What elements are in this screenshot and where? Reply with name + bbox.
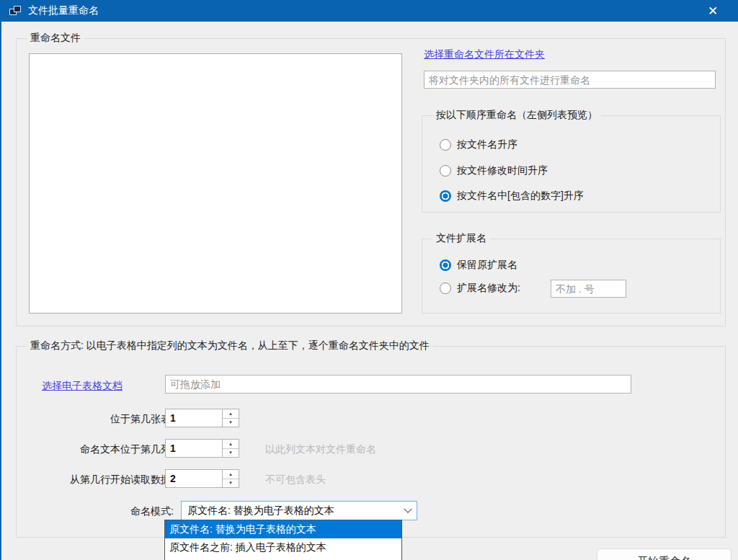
dropdown-option-replace[interactable]: 原文件名: 替换为电子表格的文本	[165, 520, 401, 538]
sheet-index-label: 位于第几张表:	[38, 413, 174, 426]
dialog-batch-rename: 文件批量重命名 ✕ 重命名文件 选择重命名文件所在文件夹 按以下顺序重命名（左侧…	[0, 0, 738, 560]
app-icon	[9, 6, 22, 17]
spin-up-icon[interactable]: ▲	[223, 409, 239, 419]
spin-up-icon[interactable]: ▲	[223, 470, 239, 479]
start-row-input[interactable]	[165, 469, 222, 488]
close-icon[interactable]: ✕	[701, 0, 725, 22]
spin-down-icon[interactable]: ▼	[223, 449, 239, 458]
spin-buttons: ▲ ▼	[222, 409, 239, 427]
column-index-stepper: ▲ ▼	[165, 439, 239, 458]
group-extension-title: 文件扩展名	[432, 232, 490, 245]
file-preview-list[interactable]	[29, 53, 402, 314]
spin-up-icon[interactable]: ▲	[223, 440, 239, 449]
spin-down-icon[interactable]: ▼	[223, 419, 239, 427]
column-hint: 以此列文本对文件重命名	[265, 443, 376, 456]
radio-icon[interactable]	[440, 259, 451, 271]
dropdown-option-insert-before[interactable]: 原文件名之前: 插入电子表格的文本	[165, 538, 401, 556]
dropdown-option-append-after[interactable]: 原文件名之后: 追加电子表格的文本	[165, 556, 401, 560]
start-rename-button[interactable]: 开始重命名	[597, 548, 732, 560]
mode-dropdown-list: 原文件名: 替换为电子表格的文本 原文件名之前: 插入电子表格的文本 原文件名之…	[164, 520, 402, 560]
group-sort-order: 按以下顺序重命名（左侧列表预览） 按文件名升序 按文件修改时间升序 按文件名中[…	[422, 115, 721, 213]
start-row-stepper: ▲ ▼	[165, 469, 239, 488]
spin-down-icon[interactable]: ▼	[223, 479, 239, 488]
radio-sort-by-name[interactable]: 按文件名升序	[440, 138, 517, 151]
choose-folder-link[interactable]: 选择重命名文件所在文件夹	[424, 48, 545, 61]
column-index-label: 命名文本位于第几列:	[38, 443, 174, 456]
title-bar: 文件批量重命名 ✕	[0, 0, 738, 22]
group-rename-mode: 重命名方式: 以电子表格中指定列的文本为文件名，从上至下，逐个重命名文件夹中的文…	[16, 346, 726, 538]
group-sort-order-title: 按以下顺序重命名（左侧列表预览）	[432, 109, 601, 122]
radio-label: 保留原扩展名	[457, 259, 517, 272]
group-rename-files-title: 重命名文件	[27, 32, 84, 45]
radio-label: 按文件名升序	[457, 138, 517, 151]
radio-icon[interactable]	[440, 283, 451, 294]
window-title: 文件批量重命名	[28, 4, 99, 17]
choose-spreadsheet-link[interactable]: 选择电子表格文档	[42, 380, 123, 393]
radio-icon[interactable]	[440, 139, 451, 151]
radio-icon[interactable]	[440, 190, 451, 202]
sheet-index-input[interactable]	[165, 409, 222, 427]
start-row-hint: 不可包含表头	[265, 474, 326, 486]
mode-combobox-value: 原文件名: 替换为电子表格的文本	[187, 505, 405, 517]
spin-buttons: ▲ ▼	[222, 439, 239, 458]
radio-keep-extension[interactable]: 保留原扩展名	[440, 259, 517, 272]
window-left-border	[0, 22, 1, 560]
group-extension: 文件扩展名 保留原扩展名 扩展名修改为:	[422, 239, 721, 314]
group-rename-mode-title: 重命名方式: 以电子表格中指定列的文本为文件名，从上至下，逐个重命名文件夹中的文…	[27, 339, 433, 352]
mode-combobox[interactable]: 原文件名: 替换为电子表格的文本	[181, 501, 417, 520]
radio-icon[interactable]	[440, 165, 451, 177]
column-index-input[interactable]	[165, 439, 222, 458]
spin-buttons: ▲ ▼	[222, 469, 239, 488]
sheet-index-stepper: ▲ ▼	[165, 409, 239, 427]
start-row-label: 从第几行开始读取数据:	[38, 474, 174, 486]
radio-change-extension[interactable]: 扩展名修改为:	[440, 282, 520, 295]
chevron-down-icon	[404, 505, 412, 512]
radio-label: 扩展名修改为:	[457, 282, 520, 295]
app-icon-front-pane	[14, 6, 21, 12]
radio-sort-by-number-in-name[interactable]: 按文件名中[包含的数字]升序	[440, 190, 584, 203]
folder-path-input[interactable]	[424, 71, 716, 89]
mode-label: 命名模式:	[38, 505, 174, 518]
radio-label: 按文件修改时间升序	[457, 164, 548, 177]
radio-label: 按文件名中[包含的数字]升序	[457, 190, 584, 203]
radio-sort-by-mtime[interactable]: 按文件修改时间升序	[440, 164, 548, 177]
spreadsheet-input[interactable]	[165, 375, 631, 394]
extension-input[interactable]	[551, 280, 626, 298]
